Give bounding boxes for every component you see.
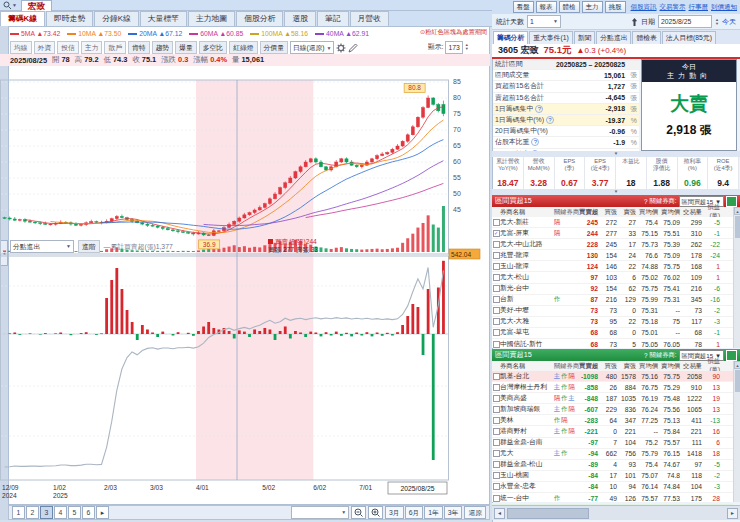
help-icon[interactable]: ? (644, 198, 648, 205)
period-button-6月[interactable]: 6月 (405, 506, 424, 519)
page-button-4[interactable]: 4 (54, 506, 67, 519)
checkbox[interactable] (493, 450, 500, 457)
broker-row[interactable]: 永豐金-忠孝-84109476.1474.84104-3 (492, 482, 733, 493)
checkbox[interactable] (493, 341, 500, 348)
top-link-到價通知[interactable]: 到價通知 (711, 3, 737, 12)
checkbox[interactable] (493, 483, 500, 490)
checkbox[interactable] (493, 472, 500, 479)
zoom-in-icon[interactable] (368, 506, 383, 519)
broker-row[interactable]: 玉山-龍潭1241462274.8875.751681 (492, 261, 733, 272)
checkbox[interactable] (493, 307, 500, 314)
top-link-行事曆[interactable]: 行事曆 (689, 3, 709, 12)
checkbox[interactable] (493, 318, 500, 325)
broker-row[interactable]: 元大-中山北路2282451775.7375.39262-22 (492, 239, 733, 250)
top-button-挑股[interactable]: 挑股 (605, 1, 626, 13)
checkbox[interactable] (493, 285, 500, 292)
chevron-down-icon[interactable]: ▼ (12, 2, 17, 8)
pane2-advanced-button[interactable]: 進階 (78, 240, 100, 253)
checkbox[interactable] (493, 252, 500, 259)
page-button-3[interactable]: 3 (40, 506, 53, 519)
date-stepper-icon[interactable]: ▲▼ (715, 18, 719, 26)
stat-days-select[interactable]: 1▼ (527, 15, 561, 28)
stepper-arrows-icon[interactable]: ▲▼ (465, 43, 469, 51)
top-button-看盤[interactable]: 看盤 (513, 1, 534, 13)
top-button-報表[interactable]: 報表 (536, 1, 557, 13)
date-input[interactable]: 2025/8/25 (658, 15, 712, 28)
gear-icon[interactable] (336, 43, 346, 53)
period-button-3月[interactable]: 3月 (385, 506, 404, 519)
checkbox[interactable] (493, 219, 500, 226)
scroll-right-icon[interactable]: ► (727, 508, 738, 519)
chart-tool-趨勢[interactable]: 趨勢 (152, 41, 174, 54)
main-tab-即時走勢[interactable]: 即時走勢 (46, 11, 93, 26)
main-tab-籌碼K線[interactable]: 籌碼K線 (0, 11, 45, 26)
stock-title-tab[interactable]: 宏致 (21, 0, 52, 11)
checkbox[interactable] (493, 495, 500, 502)
chart-tool-爆量[interactable]: 爆量 (175, 41, 197, 54)
page-button-▸[interactable]: ▸ (96, 506, 109, 519)
checkbox[interactable] (493, 296, 500, 303)
broker-row[interactable]: 港商野村主作隔-2210221--75.8422116 (492, 426, 733, 437)
main-tab-筆記[interactable]: 筆記 (317, 11, 349, 26)
chart-tool-肯特[interactable]: 肯特 (128, 41, 150, 54)
broker-row[interactable]: 統一-台中作-774912675.5777.5317528 (492, 493, 733, 504)
checkbox[interactable] (493, 263, 500, 270)
checkbox[interactable] (493, 329, 500, 336)
chart-tool-主力[interactable]: 主力 (81, 41, 103, 54)
analysis-tab-重大事件(1)[interactable]: 重大事件(1) (529, 31, 573, 44)
broker-row[interactable]: 台灣摩根士丹利主作隔-8582688476.7575.2991013 (492, 382, 733, 393)
horizontal-scrollbar[interactable]: ◄ ► (492, 505, 740, 520)
broker-row[interactable]: 玉山-桃園-841710175.0774.8118-2 (492, 471, 733, 482)
help-icon[interactable]: ? (644, 352, 648, 359)
today-button[interactable]: 今天 (722, 17, 736, 27)
chart-tool-外資[interactable]: 外資 (34, 41, 56, 54)
help-icon[interactable]: ? (535, 105, 543, 113)
checkbox[interactable] (493, 428, 500, 435)
broker-row[interactable]: 新加坡商瑞銀主作隔-60722983676.2475.56106513 (492, 404, 733, 415)
checkbox[interactable]: ✓ (493, 230, 500, 237)
analysis-tab-新聞[interactable]: 新聞 (574, 31, 596, 44)
pin-icon[interactable] (631, 18, 638, 26)
broker-row[interactable]: 元富-草屯6868075.01--68-1 (492, 328, 733, 339)
chart-tool-分價量[interactable]: 分價量 (260, 41, 288, 54)
broker-row[interactable]: 新光-台中921546275.7575.41216-6 (492, 284, 733, 295)
broker-row[interactable]: ✓元富-屏東隔2442773375.1575.51310-1 (492, 228, 733, 239)
period-button-1年[interactable]: 1年 (424, 506, 443, 519)
checkbox[interactable] (493, 395, 500, 402)
chart-tool-紅綠燈[interactable]: 紅綠燈 (229, 41, 257, 54)
main-tab-個股分析[interactable]: 個股分析 (236, 11, 283, 26)
restore-button[interactable]: 還原 (464, 506, 486, 519)
broker-row[interactable]: 美商高盛隔作主-848187103576.1975.48122219 (492, 393, 733, 404)
scrollbar-thumb[interactable] (507, 508, 589, 519)
top-link-交易警示[interactable]: 交易警示 (660, 3, 686, 12)
kline-chart[interactable]: 45505560657075808536.980.8542.0412/09202… (0, 66, 482, 505)
broker-row[interactable]: 凱基-台北主作隔-1098480157875.1675.75205890 (492, 371, 733, 382)
page-button-2[interactable]: 2 (26, 506, 39, 519)
main-tab-月營收[interactable]: 月營收 (350, 11, 389, 26)
checkbox[interactable] (493, 417, 500, 424)
checkbox[interactable] (493, 406, 500, 413)
broker-row[interactable]: 台新作8721612975.9975.31345-16 (492, 295, 733, 306)
chart-tool-散戶[interactable]: 散戶 (104, 41, 126, 54)
display-count-stepper[interactable]: 顯示: 173 ▲▼ (428, 41, 469, 53)
broker-row[interactable]: 元大-大雅73952275.1875117-3 (492, 317, 733, 328)
main-tab-主力地圖[interactable]: 主力地圖 (188, 11, 235, 26)
main-tab-選股[interactable]: 選股 (284, 11, 316, 26)
broker-row[interactable]: 元大-松山97103675.0276.021091 (492, 272, 733, 283)
analysis-tab-體檢表[interactable]: 體檢表 (632, 31, 660, 44)
help-icon[interactable]: ? (546, 116, 554, 124)
checkbox[interactable] (493, 241, 500, 248)
filter-go-button[interactable] (726, 350, 737, 361)
buy-table-scrollbar[interactable]: ▲ (733, 207, 740, 348)
scroll-left-icon[interactable]: ◄ (494, 508, 505, 519)
checkbox[interactable] (493, 439, 500, 446)
broker-row[interactable]: 美好-中壢7373075.31--73-2 (492, 306, 733, 317)
pane2-indicator-select[interactable]: 分點進出▼ (10, 240, 74, 253)
checkbox[interactable] (493, 373, 500, 380)
page-button-5[interactable]: 5 (68, 506, 81, 519)
broker-row[interactable]: 美林作隔-2836434777.2575.13411-13 (492, 415, 733, 426)
filter-go-button[interactable] (726, 196, 737, 207)
analysis-tab-法人目標(85元)[interactable]: 法人目標(85元) (662, 31, 716, 44)
help-icon[interactable]: ? (531, 138, 539, 146)
top-link-個股資訊[interactable]: 個股資訊 (631, 3, 657, 12)
